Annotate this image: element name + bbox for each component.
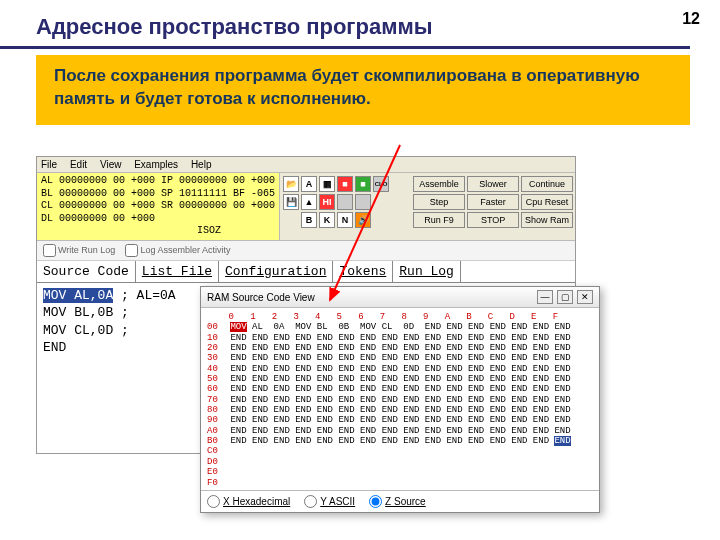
- tab-list[interactable]: List File: [136, 261, 219, 282]
- tab-runlog[interactable]: Run Log: [393, 261, 461, 282]
- sound-icon[interactable]: 🔊: [355, 212, 371, 228]
- assemble-button[interactable]: Assemble: [413, 176, 465, 192]
- tab-tokens[interactable]: Tokens: [333, 261, 393, 282]
- k-icon[interactable]: K: [319, 212, 335, 228]
- a-icon[interactable]: A: [301, 176, 317, 192]
- control-buttons: Assemble Slower Continue Step Faster Cpu…: [410, 173, 576, 240]
- clo-icon[interactable]: CLO: [373, 176, 389, 192]
- hi-icon[interactable]: HI: [319, 194, 335, 210]
- menu-bar: File Edit View Examples Help: [37, 157, 575, 173]
- continue-button[interactable]: Continue: [521, 176, 573, 192]
- maximize-icon[interactable]: ▢: [557, 290, 573, 304]
- tab-config[interactable]: Configuration: [219, 261, 333, 282]
- close-icon[interactable]: ✕: [577, 290, 593, 304]
- slide-number: 12: [682, 10, 700, 28]
- run-button[interactable]: Run F9: [413, 212, 465, 228]
- g1-icon[interactable]: [337, 194, 353, 210]
- menu-edit[interactable]: Edit: [70, 159, 87, 170]
- stop-button[interactable]: STOP: [467, 212, 519, 228]
- menu-help[interactable]: Help: [191, 159, 212, 170]
- callout-box: После сохранения программа будет скомпил…: [36, 55, 690, 125]
- src-line-0-hl: MOV AL,0A: [43, 288, 113, 303]
- red-icon[interactable]: ■: [337, 176, 353, 192]
- n-icon[interactable]: N: [337, 212, 353, 228]
- cpu-reset-button[interactable]: Cpu Reset: [521, 194, 573, 210]
- radio-ascii[interactable]: [304, 495, 317, 508]
- write-run-log-checkbox[interactable]: [43, 244, 56, 257]
- tab-source[interactable]: Source Code: [37, 261, 136, 282]
- slide-title: Адресное пространство программы: [0, 0, 690, 49]
- ram-title-text: RAM Source Code View: [207, 292, 315, 303]
- menu-view[interactable]: View: [100, 159, 122, 170]
- green-icon[interactable]: ■: [355, 176, 371, 192]
- radio-hex[interactable]: [207, 495, 220, 508]
- register-panel: AL 00000000 00 +000 IP 00000000 00 +000 …: [37, 173, 280, 240]
- log-asm-checkbox[interactable]: [125, 244, 138, 257]
- show-ram-button[interactable]: Show Ram: [521, 212, 573, 228]
- ram-view-mode: X Hexadecimal Y ASCII Z Source: [201, 490, 599, 512]
- grid-icon[interactable]: ▦: [319, 176, 335, 192]
- radio-source-label: Z Source: [385, 496, 426, 507]
- slower-button[interactable]: Slower: [467, 176, 519, 192]
- menu-file[interactable]: File: [41, 159, 57, 170]
- open-icon[interactable]: 📂: [283, 176, 299, 192]
- minimize-icon[interactable]: —: [537, 290, 553, 304]
- src-line-0-rest: ; AL=0A: [113, 288, 175, 303]
- faster-button[interactable]: Faster: [467, 194, 519, 210]
- b-icon[interactable]: B: [301, 212, 317, 228]
- ram-grid: 0 1 2 3 4 5 6 7 8 9 A B C D E F00 MOV AL…: [201, 308, 599, 490]
- step-button[interactable]: Step: [413, 194, 465, 210]
- radio-hex-label: X Hexadecimal: [223, 496, 290, 507]
- editor-tabs: Source Code List File Configuration Toke…: [37, 261, 575, 283]
- menu-examples[interactable]: Examples: [134, 159, 178, 170]
- log-options: Write Run Log Log Assembler Activity: [37, 241, 575, 261]
- radio-source[interactable]: [369, 495, 382, 508]
- toolbar-icons: 📂 A ▦ ■ ■ CLO 💾 ▲ HI B K N 🔊: [280, 173, 410, 240]
- log-asm-label: Log Assembler Activity: [140, 244, 230, 254]
- ram-window: RAM Source Code View — ▢ ✕ 0 1 2 3 4 5 6…: [200, 286, 600, 513]
- write-run-log-label: Write Run Log: [58, 244, 115, 254]
- g2-icon[interactable]: [355, 194, 371, 210]
- save-icon[interactable]: 💾: [283, 194, 299, 210]
- radio-ascii-label: Y ASCII: [320, 496, 355, 507]
- up-icon[interactable]: ▲: [301, 194, 317, 210]
